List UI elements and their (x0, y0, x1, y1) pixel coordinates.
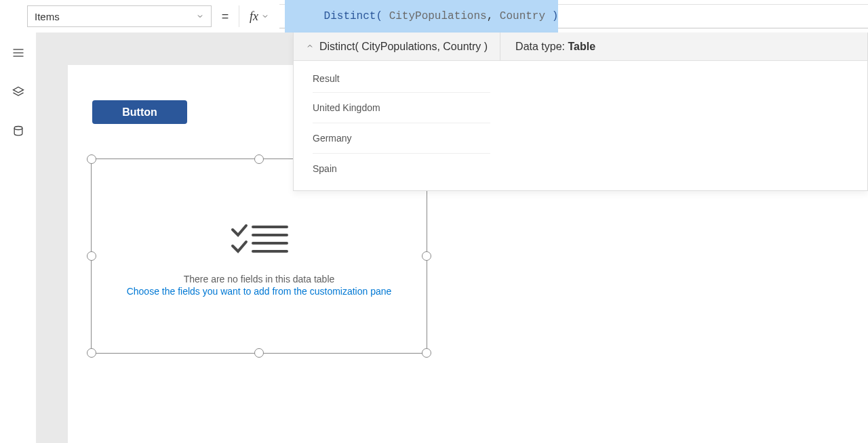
app-button[interactable]: Button (92, 100, 187, 124)
fx-button[interactable]: fx (239, 5, 279, 27)
empty-message-line1: There are no fields in this data table (184, 274, 335, 284)
result-header: Distinct( CityPopulations, Country ) Dat… (294, 33, 867, 61)
result-row[interactable]: Germany (313, 123, 490, 154)
result-expression-cell[interactable]: Distinct( CityPopulations, Country ) (294, 33, 500, 60)
canvas-area: Button (37, 33, 868, 443)
formula-result-panel: Distinct( CityPopulations, Country ) Dat… (293, 33, 868, 191)
chevron-up-icon (306, 41, 314, 53)
property-dropdown[interactable]: Items (27, 5, 212, 27)
layers-icon[interactable] (10, 84, 26, 100)
resize-handle[interactable] (422, 348, 431, 358)
empty-state: There are no fields in this data table C… (92, 222, 427, 297)
property-dropdown-value: Items (35, 11, 60, 22)
result-column-header: Result (313, 64, 490, 93)
formula-bar: Items = fx Distinct( CityPopulations, Co… (0, 4, 868, 28)
chevron-down-icon (261, 9, 269, 24)
fx-label: fx (250, 9, 258, 24)
resize-handle[interactable] (87, 154, 96, 164)
empty-message-link[interactable]: Choose the fields you want to add from t… (127, 286, 392, 297)
formula-text: Distinct( CityPopulations, Country ) (285, 0, 558, 35)
left-rail (0, 33, 37, 443)
svg-point-4 (14, 127, 22, 130)
result-datatype: Data type: Table (500, 41, 610, 53)
equals-sign: = (212, 9, 239, 24)
resize-handle[interactable] (254, 348, 264, 358)
result-expression: Distinct( CityPopulations, Country ) (319, 41, 488, 53)
database-icon[interactable] (10, 123, 26, 140)
hamburger-icon[interactable] (10, 45, 26, 61)
result-row[interactable]: Spain (313, 154, 490, 184)
resize-handle[interactable] (87, 348, 96, 358)
result-row[interactable]: United Kingdom (313, 93, 490, 123)
result-body: Result United Kingdom Germany Spain (294, 61, 490, 190)
formula-input[interactable]: Distinct( CityPopulations, Country ) (279, 4, 868, 28)
checklist-icon (230, 222, 288, 261)
svg-marker-3 (13, 87, 23, 93)
chevron-down-icon (196, 11, 204, 22)
resize-handle[interactable] (254, 154, 264, 164)
